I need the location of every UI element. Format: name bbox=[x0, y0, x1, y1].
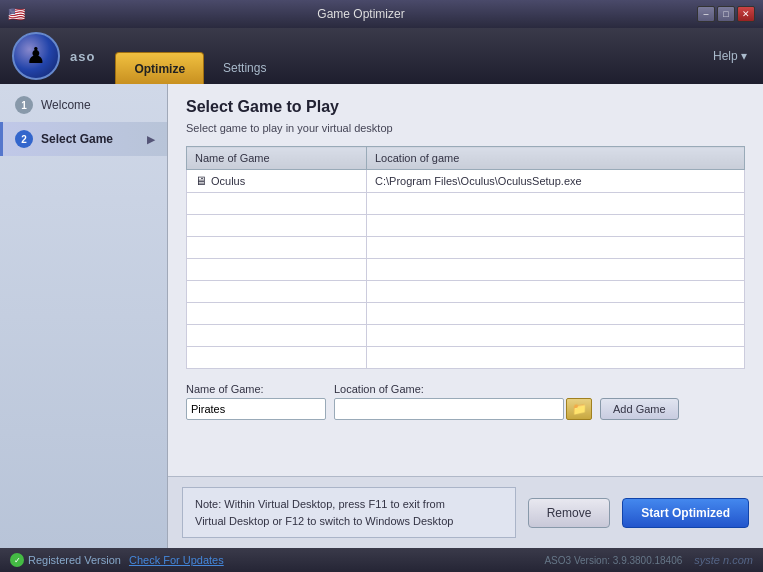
check-icon: ✓ bbox=[10, 553, 24, 567]
col-game-name: Name of Game bbox=[187, 147, 367, 170]
chess-icon: ♟ bbox=[26, 43, 46, 69]
main-layout: 1 Welcome 2 Select Game ▶ Select Game to… bbox=[0, 84, 763, 548]
brand-text: syste n.com bbox=[694, 554, 753, 566]
sidebar-item-welcome[interactable]: 1 Welcome bbox=[0, 88, 167, 122]
game-table: Name of Game Location of game 🖥OculusC:\… bbox=[186, 146, 745, 369]
registered-text: Registered Version bbox=[28, 554, 121, 566]
title-bar: 🇺🇸 Game Optimizer – □ ✕ bbox=[0, 0, 763, 28]
note-box: Note: Within Virtual Desktop, press F11 … bbox=[182, 487, 516, 538]
start-optimized-button[interactable]: Start Optimized bbox=[622, 498, 749, 528]
folder-icon: 📁 bbox=[572, 402, 587, 416]
table-row[interactable] bbox=[187, 215, 745, 237]
registered-status: ✓ Registered Version bbox=[10, 553, 121, 567]
table-row[interactable] bbox=[187, 193, 745, 215]
window-title: Game Optimizer bbox=[25, 7, 697, 21]
status-left: ✓ Registered Version Check For Updates bbox=[10, 553, 224, 567]
page-subtitle: Select game to play in your virtual desk… bbox=[186, 122, 745, 134]
maximize-button[interactable]: □ bbox=[717, 6, 735, 22]
table-row[interactable] bbox=[187, 325, 745, 347]
table-row[interactable]: 🖥OculusC:\Program Files\Oculus\OculusSet… bbox=[187, 170, 745, 193]
bottom-action-area: Note: Within Virtual Desktop, press F11 … bbox=[168, 476, 763, 548]
table-row[interactable] bbox=[187, 347, 745, 369]
browse-button[interactable]: 📁 bbox=[566, 398, 592, 420]
check-updates-link[interactable]: Check For Updates bbox=[129, 554, 224, 566]
window-controls: – □ ✕ bbox=[697, 6, 755, 22]
step-badge-2: 2 bbox=[15, 130, 33, 148]
page-title: Select Game to Play bbox=[186, 98, 745, 116]
table-row[interactable] bbox=[187, 259, 745, 281]
add-game-button[interactable]: Add Game bbox=[600, 398, 679, 420]
version-text: ASO3 Version: 3.9.3800.18406 bbox=[544, 555, 682, 566]
app-name: aso bbox=[70, 49, 95, 64]
add-game-form: Name of Game: Location of Game: 📁 Add Ga… bbox=[186, 383, 745, 420]
game-icon: 🖥 bbox=[195, 174, 207, 188]
name-group: Name of Game: bbox=[186, 383, 326, 420]
sidebar-arrow-icon: ▶ bbox=[147, 134, 155, 145]
content-area: Select Game to Play Select game to play … bbox=[168, 84, 763, 476]
col-game-location: Location of game bbox=[367, 147, 745, 170]
app-header: ♟ aso Optimize Settings Help ▾ bbox=[0, 28, 763, 84]
minimize-button[interactable]: – bbox=[697, 6, 715, 22]
close-button[interactable]: ✕ bbox=[737, 6, 755, 22]
table-row[interactable] bbox=[187, 303, 745, 325]
sidebar-item-label-select-game: Select Game bbox=[41, 132, 113, 146]
status-right: ASO3 Version: 3.9.3800.18406 syste n.com bbox=[544, 554, 753, 566]
table-row[interactable] bbox=[187, 281, 745, 303]
tab-optimize[interactable]: Optimize bbox=[115, 52, 204, 84]
sidebar-item-select-game[interactable]: 2 Select Game ▶ bbox=[0, 122, 167, 156]
title-bar-left: 🇺🇸 bbox=[8, 6, 25, 22]
remove-button[interactable]: Remove bbox=[528, 498, 611, 528]
nav-tabs: Optimize Settings bbox=[115, 28, 285, 84]
app-logo: ♟ bbox=[8, 30, 64, 82]
status-bar: ✓ Registered Version Check For Updates A… bbox=[0, 548, 763, 572]
table-row[interactable] bbox=[187, 237, 745, 259]
name-label: Name of Game: bbox=[186, 383, 326, 395]
flag-icon: 🇺🇸 bbox=[8, 6, 25, 22]
name-input[interactable] bbox=[186, 398, 326, 420]
content-wrapper: Select Game to Play Select game to play … bbox=[168, 84, 763, 548]
location-input-row: 📁 bbox=[334, 398, 592, 420]
location-input[interactable] bbox=[334, 398, 564, 420]
help-menu[interactable]: Help ▾ bbox=[705, 45, 755, 67]
logo-circle: ♟ bbox=[12, 32, 60, 80]
location-group: Location of Game: 📁 bbox=[334, 383, 592, 420]
location-label: Location of Game: bbox=[334, 383, 592, 395]
step-badge-1: 1 bbox=[15, 96, 33, 114]
sidebar-item-label-welcome: Welcome bbox=[41, 98, 91, 112]
sidebar: 1 Welcome 2 Select Game ▶ bbox=[0, 84, 168, 548]
tab-settings[interactable]: Settings bbox=[204, 52, 285, 84]
